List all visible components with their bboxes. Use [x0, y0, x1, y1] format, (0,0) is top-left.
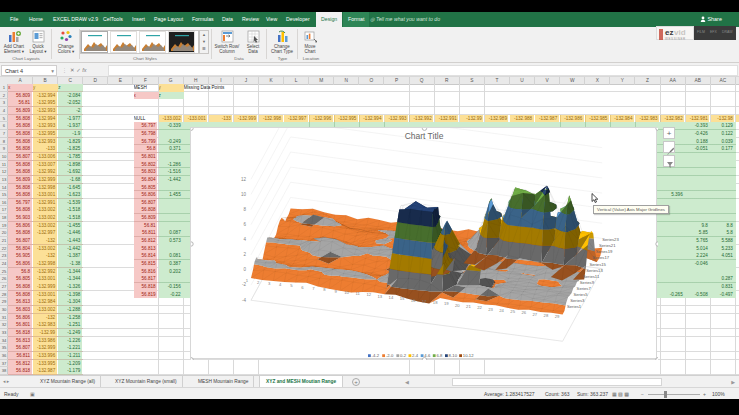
svg-text:1: 1: [246, 278, 249, 283]
svg-text:29: 29: [555, 314, 560, 319]
svg-text:10: 10: [344, 290, 349, 295]
svg-text:Chart Title: Chart Title: [405, 131, 444, 141]
svg-text:7: 7: [312, 286, 315, 291]
svg-text:Series19: Series19: [596, 249, 613, 254]
svg-text:16: 16: [411, 298, 416, 303]
svg-text:Series3: Series3: [570, 298, 585, 303]
svg-text:3: 3: [268, 281, 271, 286]
svg-text:2: 2: [257, 280, 260, 285]
svg-text:8-10: 8-10: [449, 353, 458, 358]
svg-text:Series13: Series13: [586, 268, 603, 273]
svg-text:5: 5: [290, 283, 293, 288]
svg-text:19: 19: [444, 301, 449, 306]
svg-text:Series7: Series7: [577, 286, 592, 291]
svg-text:Series17: Series17: [593, 255, 610, 260]
svg-text:8: 8: [243, 207, 246, 212]
svg-text:2: 2: [243, 252, 246, 257]
svg-text:13: 13: [377, 294, 382, 299]
svg-text:21: 21: [466, 304, 471, 309]
svg-text:15: 15: [400, 296, 405, 301]
svg-text:4: 4: [279, 282, 282, 287]
svg-text:Series15: Series15: [589, 262, 606, 267]
svg-text:17: 17: [422, 299, 427, 304]
svg-text:18: 18: [433, 300, 438, 305]
svg-text:6-8: 6-8: [436, 353, 443, 358]
svg-text:28: 28: [544, 313, 549, 318]
svg-text:4: 4: [243, 237, 246, 242]
svg-text:2-4: 2-4: [412, 353, 419, 358]
svg-text:11: 11: [356, 291, 361, 296]
svg-text:Series21: Series21: [599, 243, 616, 248]
svg-text:-2-0: -2-0: [386, 353, 394, 358]
svg-text:10-12: 10-12: [463, 353, 474, 358]
svg-text:0: 0: [243, 267, 246, 272]
svg-text:26: 26: [521, 310, 526, 315]
svg-text:25: 25: [510, 309, 515, 314]
svg-text:10: 10: [241, 192, 247, 197]
svg-text:12: 12: [241, 177, 247, 182]
svg-text:6: 6: [243, 222, 246, 227]
svg-text:Series9: Series9: [580, 280, 595, 285]
svg-text:-4-2: -4-2: [372, 353, 380, 358]
svg-text:Series11: Series11: [583, 274, 600, 279]
svg-text:-4: -4: [242, 298, 246, 303]
svg-text:12: 12: [366, 292, 371, 297]
svg-text:Series1: Series1: [567, 304, 582, 309]
svg-text:27: 27: [532, 312, 537, 317]
svg-text:23: 23: [488, 307, 493, 312]
svg-text:14: 14: [389, 295, 394, 300]
svg-text:0-2: 0-2: [400, 353, 407, 358]
svg-text:22: 22: [477, 305, 482, 310]
svg-text:20: 20: [455, 303, 460, 308]
svg-text:24: 24: [499, 308, 504, 313]
svg-text:6: 6: [301, 285, 304, 290]
svg-text:Series23: Series23: [602, 237, 619, 242]
svg-text:Series5: Series5: [573, 292, 588, 297]
